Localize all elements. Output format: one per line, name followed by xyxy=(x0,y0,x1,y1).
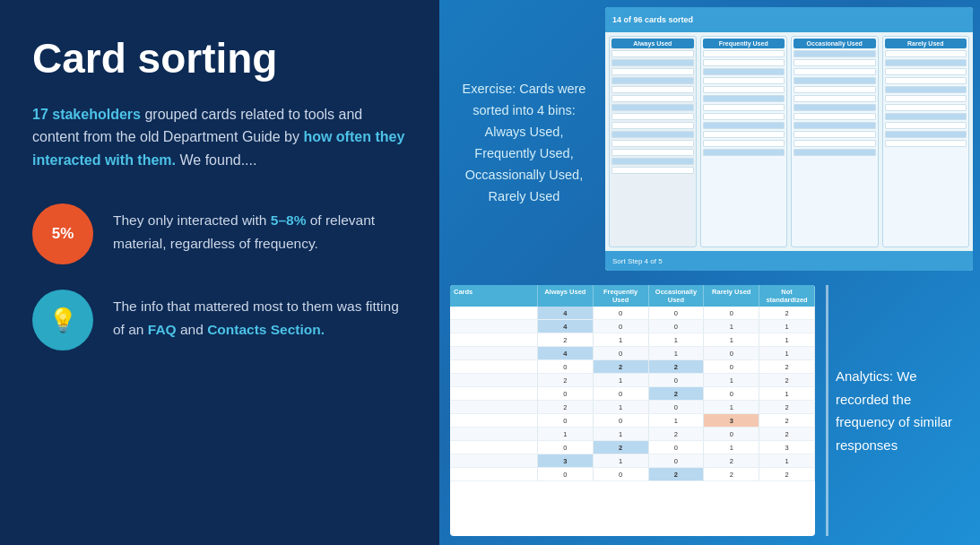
td-card xyxy=(450,374,538,386)
card-item xyxy=(885,50,967,57)
description-part3: We found.... xyxy=(176,152,256,168)
td-ns: 2 xyxy=(759,401,815,413)
card-item xyxy=(794,77,876,84)
exercise-text-box: Exercise: Cards were sorted into 4 bins:… xyxy=(439,0,605,278)
card-item xyxy=(794,104,876,111)
faq-text-part2: and xyxy=(177,322,207,337)
td-occ: 0 xyxy=(649,454,705,467)
top-right-area: Exercise: Cards were sorted into 4 bins:… xyxy=(439,0,980,278)
th-rarely: Rarely Used xyxy=(704,285,759,307)
card-item xyxy=(611,113,694,120)
card-item xyxy=(794,113,876,120)
faq-highlight: FAQ xyxy=(148,322,177,337)
card-item xyxy=(703,104,785,111)
td-rare: 1 xyxy=(704,320,759,333)
td-occ: 0 xyxy=(649,374,705,386)
td-ns: 1 xyxy=(759,347,815,359)
td-rare: 1 xyxy=(704,441,759,454)
td-freq: 1 xyxy=(594,428,649,440)
card-item xyxy=(611,86,694,93)
td-card xyxy=(450,333,538,346)
stakeholders-highlight: 17 stakeholders xyxy=(32,107,141,122)
card-item xyxy=(611,59,694,66)
card-item xyxy=(794,59,876,66)
table-row: 0 2 2 0 2 xyxy=(450,360,815,374)
card-item xyxy=(703,122,785,129)
card-item xyxy=(885,122,967,129)
td-occ: 1 xyxy=(649,333,705,346)
td-freq: 0 xyxy=(594,468,649,480)
td-ns: 2 xyxy=(759,307,815,319)
td-occ: 1 xyxy=(649,347,705,359)
td-always: 4 xyxy=(538,347,594,359)
col-header-frequently: Frequently Used xyxy=(703,39,785,48)
stat-text-part1: They only interacted with xyxy=(113,212,271,228)
td-ns: 1 xyxy=(759,320,815,333)
card-col-rarely: Rarely Used xyxy=(882,36,970,247)
card-item xyxy=(794,95,876,102)
card-item xyxy=(794,86,876,93)
td-freq: 0 xyxy=(594,347,649,359)
stat-items: 5% They only interacted with 5–8% of rel… xyxy=(32,203,407,350)
card-col-occasionally: Occasionally Used xyxy=(791,36,879,247)
card-item xyxy=(885,95,967,102)
th-occasionally: Occasionally Used xyxy=(649,285,705,307)
td-always: 0 xyxy=(538,360,594,373)
card-item xyxy=(703,86,785,93)
th-not-standardized: Not standardized xyxy=(759,285,815,307)
td-rare: 0 xyxy=(704,307,759,319)
table-row: 4 0 0 1 1 xyxy=(450,320,815,333)
td-ns: 1 xyxy=(759,454,815,467)
td-ns: 3 xyxy=(759,441,815,454)
td-card xyxy=(450,360,538,373)
card-item xyxy=(794,149,876,156)
td-ns: 1 xyxy=(759,387,815,400)
td-freq: 0 xyxy=(594,307,649,319)
card-col-frequently: Frequently Used xyxy=(700,36,788,247)
data-table: Cards Always Used Frequently Used Occasi… xyxy=(450,285,815,536)
col-header-always: Always Used xyxy=(611,39,694,48)
card-item xyxy=(611,140,694,147)
card-item xyxy=(703,59,785,66)
stat-item-percentage: 5% They only interacted with 5–8% of rel… xyxy=(32,203,407,264)
td-occ: 0 xyxy=(649,401,705,413)
card-item xyxy=(794,68,876,75)
card-item xyxy=(703,50,785,57)
table-row: 4 0 1 0 1 xyxy=(450,347,815,360)
td-occ: 0 xyxy=(649,441,705,454)
table-row: 2 1 0 1 2 xyxy=(450,374,815,387)
contacts-highlight: Contacts Section. xyxy=(207,322,325,337)
td-occ: 2 xyxy=(649,387,705,400)
td-freq: 1 xyxy=(594,333,649,346)
td-card xyxy=(450,454,538,467)
td-always: 0 xyxy=(538,414,594,427)
table-row: 1 1 2 0 2 xyxy=(450,428,815,441)
td-occ: 0 xyxy=(649,307,705,319)
card-item xyxy=(611,104,694,111)
td-always: 2 xyxy=(538,401,594,413)
td-ns: 2 xyxy=(759,360,815,373)
faq-badge: 💡 xyxy=(32,290,93,350)
td-rare: 1 xyxy=(704,333,759,346)
td-card xyxy=(450,414,538,427)
td-rare: 0 xyxy=(704,347,759,359)
td-freq: 0 xyxy=(594,387,649,400)
td-occ: 1 xyxy=(649,414,705,427)
card-item xyxy=(794,131,876,138)
card-item xyxy=(885,104,967,111)
td-ns: 2 xyxy=(759,414,815,427)
td-freq: 1 xyxy=(594,454,649,467)
table-row: 0 0 1 3 2 xyxy=(450,414,815,428)
card-item xyxy=(885,140,967,147)
td-rare: 1 xyxy=(704,401,759,413)
card-item xyxy=(611,95,694,102)
card-item xyxy=(794,122,876,129)
page-title: Card sorting xyxy=(32,36,407,82)
card-item xyxy=(794,140,876,147)
td-card xyxy=(450,387,538,400)
card-item xyxy=(611,122,694,129)
td-freq: 2 xyxy=(594,441,649,454)
analytics-panel: Analytics: We recorded the frequency of … xyxy=(826,285,969,536)
exercise-text: Exercise: Cards were sorted into 4 bins:… xyxy=(455,79,593,208)
td-rare: 1 xyxy=(704,374,759,386)
